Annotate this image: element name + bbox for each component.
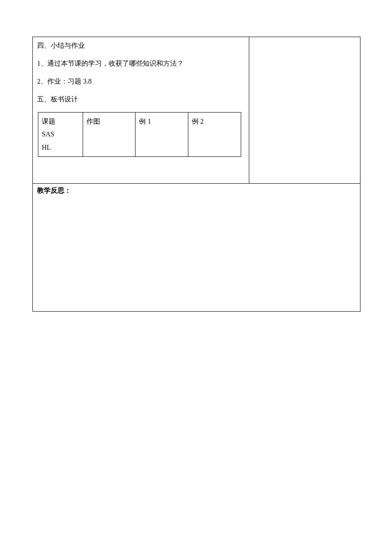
board-col1-line3: HL bbox=[42, 141, 79, 154]
side-empty-cell bbox=[249, 37, 360, 184]
reflection-label: 教学反思： bbox=[37, 187, 71, 194]
board-col1-line2: SAS bbox=[42, 128, 79, 141]
board-col2: 作图 bbox=[83, 113, 135, 157]
board-col1-line1: 课题 bbox=[42, 115, 79, 128]
board-col1: 课题 SAS HL bbox=[38, 113, 83, 157]
board-design-table: 课题 SAS HL 作图 例 1 例 2 bbox=[38, 112, 241, 157]
outer-layout-table: 四、小结与作业 1、通过本节课的学习，收获了哪些知识和方法？ 2、作业：习题 3… bbox=[32, 37, 360, 312]
section4-item1: 1、通过本节课的学习，收获了哪些知识和方法？ bbox=[37, 58, 245, 69]
main-content-cell: 四、小结与作业 1、通过本节课的学习，收获了哪些知识和方法？ 2、作业：习题 3… bbox=[33, 37, 249, 184]
section4-item2: 2、作业：习题 3.8 bbox=[37, 76, 245, 87]
section5-title: 五、板书设计 bbox=[37, 94, 245, 104]
board-col3: 例 1 bbox=[135, 113, 188, 157]
section4-title: 四、小结与作业 bbox=[37, 40, 245, 51]
reflection-cell: 教学反思： bbox=[33, 184, 360, 312]
board-col4: 例 2 bbox=[188, 113, 241, 157]
